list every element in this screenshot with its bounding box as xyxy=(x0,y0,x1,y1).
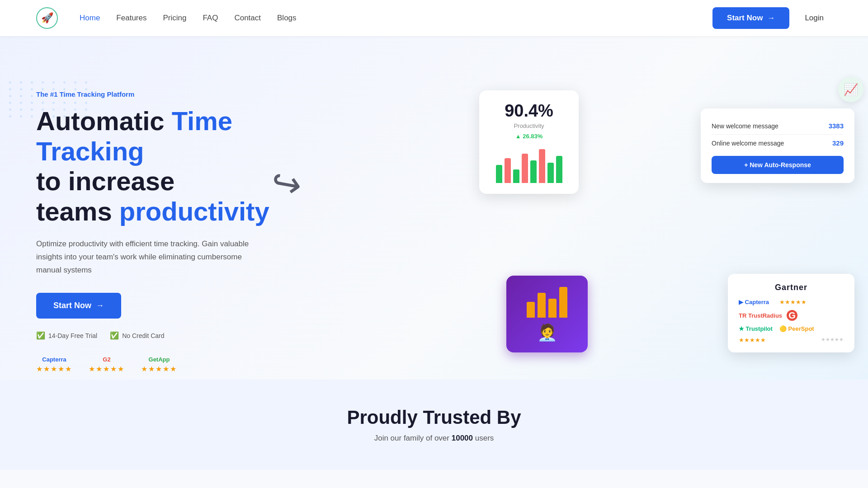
trustpilot-review-logo: ★ Trustpilot xyxy=(739,325,775,332)
ar-item-online: Online welcome message 329 xyxy=(712,135,844,151)
purple-bar-4 xyxy=(559,287,567,318)
reviews-card: Gartner ▶ Capterra ★★★★★ TR TrustRadius … xyxy=(728,274,854,352)
hero-start-now-button[interactable]: Start Now → xyxy=(36,293,121,319)
trusted-count: 10000 xyxy=(452,434,473,442)
nav-left: 🚀 Home Features Pricing FAQ Contact Blog… xyxy=(36,7,297,29)
purple-chart-content: 🧑‍💼 xyxy=(527,286,567,342)
hero-badge: The #1 Time Tracking Platform xyxy=(36,90,307,98)
review-row-trustpilot: ★ Trustpilot 🟡 PeerSpot xyxy=(739,325,844,332)
prod-bar-1 xyxy=(505,158,511,183)
trusted-subtitle: Join our family of over 10000 users xyxy=(36,434,832,443)
nav-link-home[interactable]: Home xyxy=(80,14,100,23)
ar-item-new: New welcome message 3383 xyxy=(712,117,844,135)
check-icon-1: ✅ xyxy=(36,331,45,340)
peerspot-review-logo: 🟡 PeerSpot xyxy=(779,325,816,332)
review-stars-row: ★★★★★ ★★★★★ xyxy=(739,337,844,343)
prod-bar-2 xyxy=(513,169,519,183)
g2-badge: G xyxy=(787,310,797,321)
purple-bar-chart xyxy=(527,286,567,318)
analytics-icon: 📈 xyxy=(844,83,858,97)
navbar: 🚀 Home Features Pricing FAQ Contact Blog… xyxy=(0,0,868,36)
nav-link-features[interactable]: Features xyxy=(116,14,146,23)
nav-link-faq[interactable]: FAQ xyxy=(203,14,218,23)
nav-link-contact[interactable]: Contact xyxy=(234,14,261,23)
prod-bar-0 xyxy=(496,165,502,183)
getapp-stars: ★★★★★ xyxy=(141,365,177,373)
arrow-icon: → xyxy=(96,301,104,310)
capterra-stars: ★★★★★ xyxy=(36,365,72,373)
nav-link-pricing[interactable]: Pricing xyxy=(163,14,186,23)
rating-capterra: Capterra ★★★★★ xyxy=(36,356,72,373)
autoresponse-card: New welcome message 3383 Online welcome … xyxy=(701,108,854,183)
trusted-section: Proudly Trusted By Join our family of ov… xyxy=(0,380,868,470)
prod-bar-4 xyxy=(530,160,537,183)
hero-section: for(let i=0;i<48;i++) document.write('<d… xyxy=(0,36,868,380)
hero-content: The #1 Time Tracking Platform Automatic … xyxy=(36,36,307,373)
nav-links: Home Features Pricing FAQ Contact Blogs xyxy=(80,14,297,23)
hero-title-part2: to increase xyxy=(36,166,175,196)
check-icon-2: ✅ xyxy=(110,331,119,340)
purple-figure: 🧑‍💼 xyxy=(537,323,557,342)
nav-start-now-button[interactable]: Start Now → xyxy=(712,7,789,29)
purple-bar-3 xyxy=(548,299,557,318)
arrow-icon: → xyxy=(767,14,775,23)
productivity-label: Productivity xyxy=(492,122,566,129)
capterra-review-logo: ▶ Capterra xyxy=(739,299,775,305)
review-row-trustradius: TR TrustRadius G xyxy=(739,310,844,321)
trustpilot-stars: ★★★★★ xyxy=(739,337,766,343)
hero-title-part1: Automatic xyxy=(36,106,165,136)
g2-logo: G2 xyxy=(103,356,110,363)
nav-right: Start Now → Login xyxy=(712,7,832,29)
gartner-label: Gartner xyxy=(739,283,844,292)
hero-description: Optimize productivity with efficient tim… xyxy=(36,238,253,277)
prod-bar-6 xyxy=(547,163,554,183)
hero-title-highlight2: productivity xyxy=(119,197,269,226)
rating-g2: G2 ★★★★★ xyxy=(89,356,125,373)
productivity-bar-chart xyxy=(492,147,566,183)
capterra-logo: Capterra xyxy=(42,356,66,363)
hero-title-part3: teams xyxy=(36,197,112,226)
peerspot-stars: ★★★★★ xyxy=(821,337,844,343)
prod-bar-7 xyxy=(556,156,562,183)
nav-link-blogs[interactable]: Blogs xyxy=(277,14,297,23)
hero-title: Automatic Time Tracking to increase team… xyxy=(36,106,307,227)
g2-stars: ★★★★★ xyxy=(89,365,125,373)
nav-login-button[interactable]: Login xyxy=(797,9,832,27)
logo-icon: 🚀 xyxy=(36,7,58,29)
hero-checks: ✅ 14-Day Free Trial ✅ No Credit Card xyxy=(36,331,307,340)
trustradius-review-logo: TR TrustRadius xyxy=(739,312,782,319)
capterra-review-stars: ★★★★★ xyxy=(779,299,807,305)
purple-chart-widget: 🧑‍💼 xyxy=(506,276,588,352)
hero-visuals: 📈 90.4% Productivity ▲ 26.83% New welcom… xyxy=(393,36,868,380)
prod-bar-5 xyxy=(539,149,545,183)
productivity-card: 90.4% Productivity ▲ 26.83% xyxy=(479,90,579,194)
purple-bar-1 xyxy=(527,302,535,318)
check-no-credit-card: ✅ No Credit Card xyxy=(110,331,164,340)
review-row-capterra: ▶ Capterra ★★★★★ xyxy=(739,299,844,305)
check-free-trial: ✅ 14-Day Free Trial xyxy=(36,331,97,340)
getapp-logo: GetApp xyxy=(149,356,170,363)
analytics-bubble: 📈 xyxy=(838,77,863,102)
hero-cta: Start Now → xyxy=(36,293,307,319)
new-autoresponse-button[interactable]: + New Auto-Response xyxy=(712,156,844,174)
purple-bar-2 xyxy=(538,293,546,318)
rating-getapp: GetApp ★★★★★ xyxy=(141,356,177,373)
productivity-percent: 90.4% xyxy=(492,101,566,121)
productivity-change: ▲ 26.83% xyxy=(492,133,566,140)
prod-bar-3 xyxy=(522,154,528,183)
trusted-title: Proudly Trusted By xyxy=(36,407,832,428)
logo[interactable]: 🚀 xyxy=(36,7,58,29)
ratings: Capterra ★★★★★ G2 ★★★★★ GetApp ★★★★★ xyxy=(36,356,307,373)
